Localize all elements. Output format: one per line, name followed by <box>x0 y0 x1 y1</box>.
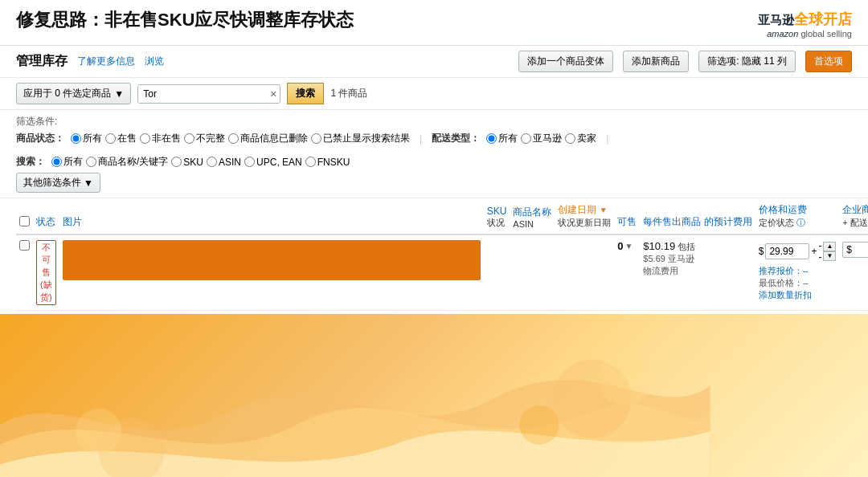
header-date[interactable]: 创建日期 ▼ 状况更新日期 <box>555 198 614 234</box>
delivery-all[interactable]: 所有 <box>486 132 518 145</box>
delivery-seller-radio[interactable] <box>565 133 575 144</box>
header-enterprise: 企业商品价格 + 配送费 <box>839 198 868 234</box>
status-off-sale[interactable]: 非在售 <box>140 132 181 145</box>
delivery-label: 配送类型： <box>432 132 480 145</box>
price-group: $ + -- ▲ ▼ <box>759 240 837 263</box>
search-fnsku[interactable]: FNSKU <box>305 157 350 168</box>
apply-to-selected-button[interactable]: 应用于 0 件选定商品 ▼ <box>16 83 131 104</box>
search-upc-radio[interactable] <box>244 157 255 167</box>
apply-label: 应用于 0 件选定商品 <box>23 87 111 100</box>
svg-point-4 <box>76 409 121 455</box>
delivery-all-radio[interactable] <box>486 133 497 144</box>
status-incomplete[interactable]: 不完整 <box>184 132 225 145</box>
search-asin[interactable]: ASIN <box>207 157 241 168</box>
filter-columns-button[interactable]: 筛选项: 隐藏 11 列 <box>698 51 796 72</box>
top-banner: 修复思路：非在售SKU应尽快调整库存状态 亚马逊全球开店 amazon glob… <box>0 0 868 46</box>
subtitle-row: 管理库存 了解更多信息 浏览 添加一个商品变体 添加新商品 筛选项: 隐藏 11… <box>0 46 868 78</box>
row-checkbox-cell[interactable] <box>16 234 33 310</box>
header-image-label: 图片 <box>63 216 82 227</box>
search-sku-radio[interactable] <box>171 157 182 167</box>
search-all[interactable]: 所有 <box>51 155 83 169</box>
preferences-button[interactable]: 首选项 <box>805 51 852 72</box>
product-status-label: 商品状态： <box>16 132 64 145</box>
search-wrapper: × <box>137 84 280 104</box>
delivery-amazon-radio[interactable] <box>521 133 531 144</box>
row-date-cell <box>555 234 614 310</box>
header-sku: SKU 状况 <box>484 198 510 234</box>
header-date-sub: 状况更新日期 <box>558 217 611 229</box>
price-currency-label: $ <box>759 246 764 257</box>
select-all-checkbox[interactable] <box>19 216 30 226</box>
learn-more-link[interactable]: 了解更多信息 <box>77 55 135 68</box>
add-variant-button[interactable]: 添加一个商品变体 <box>518 51 613 72</box>
status-blocked-radio[interactable] <box>311 133 321 144</box>
available-chevron-icon[interactable]: ▼ <box>625 242 633 251</box>
fee-amazon: $5.69 亚马逊 <box>643 254 694 263</box>
status-incomplete-radio[interactable] <box>184 133 194 144</box>
svg-point-1 <box>599 353 651 405</box>
status-all[interactable]: 所有 <box>71 132 102 145</box>
header-checkbox[interactable] <box>16 198 33 234</box>
search-input[interactable] <box>138 85 267 103</box>
header-asin-label: ASIN <box>513 219 551 229</box>
page-subtitle: 管理库存 <box>16 53 68 70</box>
status-on-sale[interactable]: 在售 <box>105 132 137 145</box>
search-all-label: 所有 <box>63 155 83 169</box>
discount-link[interactable]: 添加数量折扣 <box>759 289 837 301</box>
price-up-button[interactable]: ▲ <box>823 242 836 251</box>
search-button[interactable]: 搜索 <box>287 83 324 104</box>
more-filters-label: 其他筛选条件 <box>23 176 81 190</box>
delivery-seller[interactable]: 卖家 <box>565 132 596 145</box>
more-filters-button[interactable]: 其他筛选条件 ▼ <box>16 173 100 193</box>
row-checkbox[interactable] <box>19 240 30 251</box>
fee-detail1: 包括 <box>678 242 695 251</box>
available-number: 0 <box>617 240 623 252</box>
delivery-amazon-label: 亚马逊 <box>533 132 562 145</box>
status-blocked[interactable]: 已禁止显示搜索结果 <box>311 132 410 145</box>
search-clear-button[interactable]: × <box>267 88 280 100</box>
search-asin-label: ASIN <box>219 157 241 168</box>
status-off-sale-radio[interactable] <box>140 133 150 144</box>
status-off-sale-label: 非在售 <box>152 132 181 145</box>
search-name-radio[interactable] <box>86 157 96 167</box>
status-deleted-radio[interactable] <box>228 133 239 144</box>
page-title: 修复思路：非在售SKU应尽快调整库存状态 <box>16 10 354 31</box>
header-status-label: 状态 <box>36 216 55 227</box>
fees-wrapper: $10.19 包括 $5.69 亚马逊 物流费用 <box>643 240 751 277</box>
search-upc-label: UPC, EAN <box>256 157 302 168</box>
status-deleted[interactable]: 商品信息已删除 <box>228 132 308 145</box>
delivery-seller-label: 卖家 <box>577 132 596 145</box>
delivery-filter: 配送类型： 所有 亚马逊 卖家 <box>432 132 596 145</box>
search-sku-label: SKU <box>183 157 203 168</box>
header-name-label: 商品名称 <box>513 206 551 219</box>
search-toolbar: 应用于 0 件选定商品 ▼ × 搜索 1 件商品 <box>0 78 868 110</box>
status-all-radio[interactable] <box>71 133 81 144</box>
header-sku-label: SKU <box>487 206 507 217</box>
fee-logistics: 物流费用 <box>643 266 678 275</box>
status-blocked-label: 已禁止显示搜索结果 <box>323 132 410 145</box>
table-header-row: 状态 图片 SKU 状况 商品名称 ASIN 创建日期 ▼ <box>16 198 868 234</box>
search-asin-radio[interactable] <box>207 157 217 167</box>
logo-main: 亚马逊全球开店 <box>758 10 852 29</box>
price-down-button[interactable]: ▼ <box>823 251 836 261</box>
price-input[interactable] <box>765 243 809 259</box>
logo-area: 亚马逊全球开店 amazon global selling <box>758 10 852 39</box>
search-name[interactable]: 商品名称/关键字 <box>86 155 168 169</box>
filter-row: 商品状态： 所有 在售 非在售 不完整 商品信息已删除 <box>16 132 852 169</box>
header-price-sub: 定价状态 ⓘ <box>759 217 837 229</box>
enterprise-input[interactable] <box>842 242 868 258</box>
browse-link[interactable]: 浏览 <box>145 55 164 68</box>
search-sku[interactable]: SKU <box>171 157 203 168</box>
delivery-amazon[interactable]: 亚马逊 <box>521 132 562 145</box>
status-on-sale-radio[interactable] <box>105 133 116 144</box>
info-icon[interactable]: ⓘ <box>796 218 805 227</box>
search-upc[interactable]: UPC, EAN <box>244 157 302 168</box>
search-fnsku-radio[interactable] <box>305 157 316 167</box>
search-type-filter: 搜索： 所有 商品名称/关键字 SKU ASIN UPC, EAN <box>16 155 350 169</box>
add-product-button[interactable]: 添加新商品 <box>623 51 689 72</box>
search-fnsku-label: FNSKU <box>317 157 350 168</box>
more-filters-chevron-icon: ▼ <box>84 177 93 189</box>
header-enterprise-sub: + 配送费 <box>842 217 868 229</box>
logo-amazon-text: 亚马逊 <box>758 13 794 26</box>
search-all-radio[interactable] <box>51 157 62 167</box>
